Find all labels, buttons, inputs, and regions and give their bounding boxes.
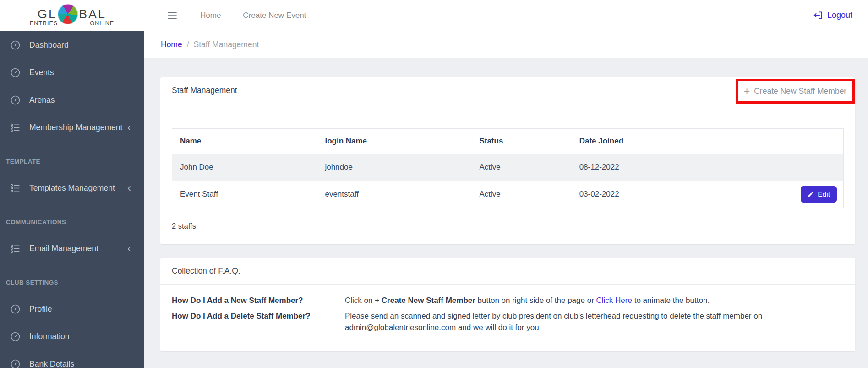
gauge-icon (9, 66, 22, 79)
logout-label: Logout (827, 11, 852, 20)
sidebar-item-dashboard[interactable]: Dashboard (0, 31, 144, 59)
chevron-left-icon: ‹ (127, 122, 131, 133)
faq-question: How Do I Add a Delete Staff Member? (172, 310, 345, 333)
staff-count: 2 staffs (172, 208, 844, 244)
breadcrumb-current: Staff Management (194, 40, 259, 49)
top-header: GL BAL ENTRIES ONLINE Home Create New Ev… (0, 0, 868, 31)
click-here-link[interactable]: Click Here (596, 296, 632, 305)
sidebar: Dashboard Events Arenas Membership Manag… (0, 31, 144, 368)
faq-card: Collection of F.A.Q. How Do I Add a New … (160, 258, 855, 351)
cell-date-joined: 08-12-2022 (572, 163, 746, 172)
breadcrumb: Home / Staff Management (144, 31, 868, 59)
sidebar-item-label: Templates Management (29, 183, 124, 193)
logo-text-entries: ENTRIES (29, 21, 59, 27)
cell-name: Event Staff (172, 190, 317, 199)
app-window: GL BAL ENTRIES ONLINE Home Create New Ev… (0, 0, 868, 368)
faq-answer-bold: + Create New Staff Member (375, 296, 475, 305)
staff-card-header: Staff Management + Create New Staff Memb… (160, 77, 855, 104)
list-icon (9, 121, 22, 134)
faq-answer: Please send an scanned and signed letter… (345, 310, 844, 333)
sidebar-item-label: Arenas (29, 95, 131, 105)
gauge-icon (9, 303, 22, 315)
list-icon (9, 242, 22, 255)
sidebar-section-club-settings: CLUB SETTINGS (0, 273, 144, 291)
top-nav: Home Create New Event (166, 9, 306, 22)
logout-button[interactable]: Logout (813, 10, 852, 21)
faq-card-title: Collection of F.A.Q. (172, 266, 240, 276)
cell-name: John Doe (172, 163, 317, 172)
breadcrumb-home-link[interactable]: Home (161, 40, 182, 49)
pencil-icon (808, 191, 814, 198)
sidebar-item-label: Dashboard (29, 40, 131, 50)
gauge-icon (9, 39, 22, 51)
sidebar-item-arenas[interactable]: Arenas (0, 86, 144, 114)
sidebar-item-email-management[interactable]: Email Management ‹ (0, 235, 144, 262)
staff-table: Name login Name Status Date Joined John … (172, 128, 844, 208)
cell-status: Active (471, 190, 571, 199)
faq-answer-text: to animate the button. (632, 296, 710, 305)
sidebar-item-label: Information (29, 332, 131, 341)
column-header-name: Name (172, 137, 317, 146)
gauge-icon (9, 330, 22, 343)
main-area: Home / Staff Management Staff Management… (144, 31, 868, 368)
page-content: Staff Management + Create New Staff Memb… (144, 59, 868, 351)
faq-answer-text: Please send an scanned and signed letter… (345, 312, 762, 320)
plus-icon: + (744, 86, 750, 97)
create-new-staff-member-button[interactable]: + Create New Staff Member (744, 86, 846, 97)
sidebar-item-templates-management[interactable]: Templates Management ‹ (0, 174, 144, 202)
chevron-left-icon: ‹ (127, 182, 131, 193)
edit-button-label: Edit (818, 190, 830, 198)
column-header-status: Status (471, 137, 571, 146)
brand-logo[interactable]: GL BAL ENTRIES ONLINE (0, 4, 144, 27)
hamburger-icon (166, 9, 178, 22)
table-header-row: Name login Name Status Date Joined (172, 129, 843, 154)
column-header-date-joined: Date Joined (572, 137, 746, 146)
logout-icon (813, 10, 823, 21)
faq-answer-text: Click on (345, 296, 375, 305)
sidebar-item-bank-details[interactable]: Bank Details (0, 350, 144, 368)
sidebar-item-label: Membership Management (29, 123, 124, 132)
cell-date-joined: 03-02-2022 (572, 190, 746, 199)
faq-answer: Click on + Create New Staff Member butto… (345, 295, 844, 306)
cell-login-name: eventstaff (317, 190, 471, 199)
faq-body: How Do I Add a New Staff Member? Click o… (160, 285, 855, 351)
edit-button[interactable]: Edit (801, 186, 837, 203)
cell-actions: Edit (746, 186, 843, 203)
sidebar-item-events[interactable]: Events (0, 59, 144, 86)
gauge-icon (9, 94, 22, 106)
menu-toggle-button[interactable] (166, 9, 178, 22)
faq-item: How Do I Add a New Staff Member? Click o… (172, 295, 844, 306)
highlight-annotation-box: + Create New Staff Member (736, 79, 855, 104)
sidebar-item-profile[interactable]: Profile (0, 295, 144, 323)
create-button-label: Create New Staff Member (754, 87, 846, 96)
table-row: John Doe johndoe Active 08-12-2022 (172, 154, 843, 181)
logo-text-bal: BAL (79, 8, 106, 21)
faq-answer-text: admin@globalentriesonline.com and we wil… (345, 323, 541, 332)
faq-answer-text: button on right side of the page or (475, 296, 596, 305)
sidebar-item-membership-management[interactable]: Membership Management ‹ (0, 114, 144, 141)
column-header-login-name: login Name (317, 137, 471, 146)
faq-item: How Do I Add a Delete Staff Member? Plea… (172, 310, 844, 333)
list-icon (9, 182, 22, 194)
nav-home-link[interactable]: Home (200, 11, 221, 20)
sidebar-section-communications: COMMUNICATIONS (0, 213, 144, 231)
nav-create-new-event-link[interactable]: Create New Event (243, 11, 306, 20)
sidebar-item-information[interactable]: Information (0, 323, 144, 350)
sidebar-item-label: Events (29, 68, 131, 77)
cell-login-name: johndoe (317, 163, 471, 172)
sidebar-section-template: TEMPLATE (0, 152, 144, 170)
cell-status: Active (471, 163, 571, 172)
logo-text-gl: GL (38, 8, 57, 21)
logo: GL BAL ENTRIES ONLINE (29, 4, 115, 27)
breadcrumb-separator: / (187, 40, 189, 49)
table-row: Event Staff eventstaff Active 03-02-2022… (172, 181, 843, 208)
sidebar-item-label: Bank Details (29, 359, 131, 368)
faq-question: How Do I Add a New Staff Member? (172, 295, 345, 306)
card-title: Staff Management (172, 86, 237, 95)
chevron-left-icon: ‹ (127, 243, 131, 254)
faq-card-header: Collection of F.A.Q. (160, 258, 855, 285)
staff-management-card: Staff Management + Create New Staff Memb… (160, 77, 855, 244)
gauge-icon (9, 358, 22, 368)
logo-text-online: ONLINE (89, 21, 115, 27)
logo-bottom-row: ENTRIES ONLINE (29, 21, 115, 27)
